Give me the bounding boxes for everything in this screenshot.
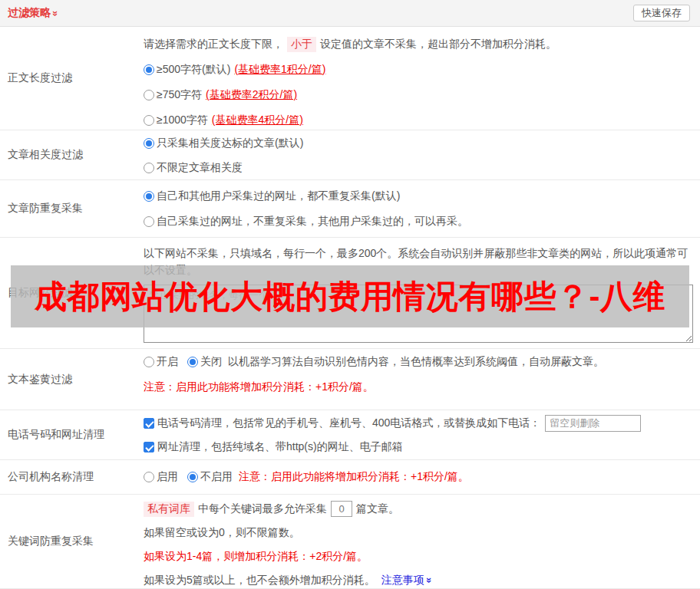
relevance-option-strict: 只采集相关度达标的文章(默认) — [144, 131, 692, 156]
option-label: ≥500字符(默认) — [157, 63, 230, 77]
less-than-tag: 小于 — [287, 37, 316, 52]
option-label: 启用 — [157, 470, 178, 484]
radio-dedup-all-users[interactable] — [144, 191, 154, 202]
radio-porn-off[interactable] — [187, 357, 198, 367]
radio-relevant-only[interactable] — [144, 138, 154, 149]
option-label: 开启 — [157, 355, 178, 369]
radio-porn-on[interactable] — [144, 357, 154, 367]
radio-1000-chars[interactable] — [144, 115, 154, 126]
porn-filter-desc: 以机器学习算法自动识别色情内容，当色情概率达到系统阈值，自动屏蔽文章。 — [228, 355, 604, 369]
replace-phone-input[interactable] — [545, 415, 641, 432]
porn-filter-note: 注意：启用此功能将增加积分消耗：+1积分/篇。 — [144, 374, 692, 400]
desc-text: 设定值的文章不采集，超出部分不增加积分消耗。 — [320, 38, 556, 51]
blocked-domains-textarea[interactable] — [144, 285, 693, 343]
row-label-target-site: 目标网站过滤 — [0, 238, 144, 348]
radio-dedup-self-only[interactable] — [144, 216, 154, 227]
row-label-dedup: 文章防重复采集 — [0, 180, 144, 237]
radio-500-chars[interactable] — [144, 64, 154, 75]
row-target-site-filter: 目标网站过滤 以下网站不采集，只填域名，每行一个，最多200个。系统会自动识别并… — [0, 238, 700, 349]
dedup-option-global: 自己和其他用户采集过的网址，都不重复采集(默认) — [144, 183, 692, 209]
option-label: 电话号码清理，包括常见的手机号、座机号、400电话格式，或替换成如下电话： — [157, 416, 540, 430]
phone-url-content: 电话号码清理，包括常见的手机号、座机号、400电话格式，或替换成如下电话： 网址… — [144, 410, 700, 459]
length-filter-content: 请选择需求的正文长度下限， 小于 设定值的文章不采集，超出部分不增加积分消耗。 … — [144, 27, 700, 130]
keyword-note-zero: 如果留空或设为0，则不限篇数。 — [144, 521, 692, 545]
option-label: 不限定文章相关度 — [157, 161, 243, 175]
keyword-limit-line: 私有词库 中每个关键词最多允许采集 篇文章。 — [144, 497, 692, 521]
dedup-content: 自己和其他用户采集过的网址，都不重复采集(默认) 自己采集过的网址，不重复采集，… — [144, 180, 700, 237]
option-label: ≥750字符 — [157, 88, 202, 102]
keyword-note-cost: 如果设为1-4篇，则增加积分消耗：+2积分/篇。 — [144, 545, 692, 568]
checkbox-phone-clean[interactable] — [144, 418, 154, 429]
relevance-option-any: 不限定文章相关度 — [144, 156, 692, 180]
company-clean-note: 注意：启用此功能将增加积分消耗：+1积分/篇。 — [239, 470, 469, 484]
option-label: 网址清理，包括纯域名、带http(s)的网址、电子邮箱 — [157, 440, 403, 454]
radio-no-limit[interactable] — [144, 163, 154, 173]
row-relevance-filter: 文章相关度过滤 只采集相关度达标的文章(默认) 不限定文章相关度 — [0, 130, 700, 180]
length-option-750: ≥750字符 (基础费率2积分/篇) — [144, 82, 692, 107]
row-label-keyword-dedup: 关键词防重复采集 — [0, 495, 144, 588]
row-keyword-dedup: 关键词防重复采集 私有词库 中每个关键词最多允许采集 篇文章。 如果留空或设为0… — [0, 495, 700, 589]
relevance-content: 只采集相关度达标的文章(默认) 不限定文章相关度 — [144, 130, 700, 179]
line-text: 如果设为5篇或以上，也不会额外增加积分消耗。 — [144, 574, 375, 587]
row-label-phone-url: 电话号码和网址清理 — [0, 410, 144, 459]
length-option-1000: ≥1000字符 (基础费率4积分/篇) — [144, 107, 692, 133]
row-company-clean: 公司机构名称清理 启用 不启用 注意：启用此功能将增加积分消耗：+1积分/篇。 — [0, 460, 700, 495]
option-label: 自己采集过的网址，不重复采集，其他用户采集过的，可以再采。 — [157, 215, 468, 229]
option-label: ≥1000字符 — [157, 114, 208, 127]
row-phone-url-clean: 电话号码和网址清理 电话号码清理，包括常见的手机号、座机号、400电话格式，或替… — [0, 410, 700, 460]
row-porn-filter: 文本鉴黄过滤 开启 关闭 以机器学习算法自动识别色情内容，当色情概率达到系统阈值… — [0, 349, 700, 410]
dedup-option-self: 自己采集过的网址，不重复采集，其他用户采集过的，可以再采。 — [144, 209, 692, 234]
row-dedup-collect: 文章防重复采集 自己和其他用户采集过的网址，都不重复采集(默认) 自己采集过的网… — [0, 180, 700, 238]
option-label: 不启用 — [200, 470, 233, 484]
porn-filter-content: 开启 关闭 以机器学习算法自动识别色情内容，当色情概率达到系统阈值，自动屏蔽文章… — [144, 349, 700, 410]
row-label-length-filter: 正文长度过滤 — [0, 27, 144, 130]
section-title-filter-strategy[interactable]: 过滤策略 » — [8, 6, 58, 20]
filter-settings-page: 过滤策略 » 快速保存 正文长度过滤 请选择需求的正文长度下限， 小于 设定值的… — [0, 0, 700, 589]
porn-filter-options: 开启 关闭 以机器学习算法自动识别色情内容，当色情概率达到系统阈值，自动屏蔽文章… — [144, 349, 692, 374]
checkbox-url-clean[interactable] — [144, 442, 154, 452]
row-length-filter: 正文长度过滤 请选择需求的正文长度下限， 小于 设定值的文章不采集，超出部分不增… — [0, 27, 700, 130]
radio-company-off[interactable] — [187, 472, 198, 482]
option-label: 只采集相关度达标的文章(默认) — [157, 137, 303, 150]
private-lexicon-tag: 私有词库 — [144, 502, 194, 517]
option-label: 关闭 — [200, 355, 222, 369]
length-filter-desc: 请选择需求的正文长度下限， 小于 设定值的文章不采集，超出部分不增加积分消耗。 — [144, 31, 692, 57]
option-label: 自己和其他用户采集过的网址，都不重复采集(默认) — [157, 189, 400, 203]
line-text: 中每个关键词最多允许采集 — [198, 502, 327, 516]
url-clean-option: 网址清理，包括纯域名、带http(s)的网址、电子邮箱 — [144, 435, 692, 459]
line-text: 篇文章。 — [356, 502, 399, 516]
option-cost: (基础费率4积分/篇) — [212, 114, 303, 127]
row-label-porn-filter: 文本鉴黄过滤 — [0, 349, 144, 410]
topbar: 过滤策略 » 快速保存 — [0, 0, 700, 27]
target-site-content: 以下网站不采集，只填域名，每行一个，最多200个。系统会自动识别并屏蔽那些非文章… — [144, 238, 700, 348]
notes-link[interactable]: 注意事项 » — [381, 574, 432, 587]
row-label-company-clean: 公司机构名称清理 — [0, 460, 144, 494]
chevron-double-down-icon: » — [424, 577, 434, 583]
option-cost: (基础费率2积分/篇) — [206, 88, 297, 102]
length-option-500: ≥500字符(默认) (基础费率1积分/篇) — [144, 57, 692, 82]
row-label-relevance: 文章相关度过滤 — [0, 130, 144, 179]
keyword-note-five: 如果设为5篇或以上，也不会额外增加积分消耗。 注意事项 » — [144, 568, 692, 589]
chevron-double-down-icon: » — [51, 10, 61, 15]
company-clean-content: 启用 不启用 注意：启用此功能将增加积分消耗：+1积分/篇。 — [144, 460, 700, 494]
option-cost: (基础费率1积分/篇) — [234, 63, 325, 77]
quick-save-button[interactable]: 快速保存 — [633, 5, 690, 21]
target-site-desc: 以下网站不采集，只填域名，每行一个，最多200个。系统会自动识别并屏蔽那些非文章… — [144, 245, 693, 278]
desc-text: 请选择需求的正文长度下限， — [144, 38, 283, 51]
radio-company-on[interactable] — [144, 472, 154, 482]
radio-750-chars[interactable] — [144, 90, 154, 100]
phone-clean-option: 电话号码清理，包括常见的手机号、座机号、400电话格式，或替换成如下电话： — [144, 411, 692, 435]
keyword-dedup-content: 私有词库 中每个关键词最多允许采集 篇文章。 如果留空或设为0，则不限篇数。 如… — [144, 495, 700, 588]
max-articles-input[interactable] — [331, 501, 352, 517]
page-title: 过滤策略 — [8, 6, 51, 20]
notes-link-label: 注意事项 — [381, 574, 424, 587]
